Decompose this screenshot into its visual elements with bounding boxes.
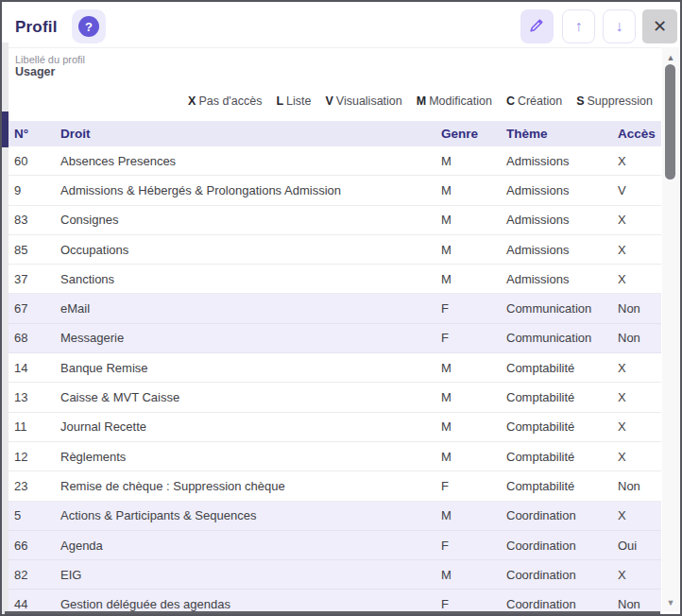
bottom-edge-bar	[5, 611, 660, 614]
table-row[interactable]: 14Banque RemiseMComptabilitéX	[9, 353, 661, 383]
cell-theme: Coordination	[506, 568, 618, 582]
cell-acces: Non	[618, 331, 661, 345]
cell-genre: M	[441, 361, 506, 375]
cell-acces: X	[618, 390, 661, 404]
cell-num: 5	[14, 508, 60, 522]
table-row[interactable]: 60Absences PresencesMAdmissionsX	[9, 146, 661, 176]
table-row[interactable]: 68MessagerieFCommunicationNon	[9, 324, 661, 353]
legend-key: X	[188, 94, 196, 108]
close-button[interactable]: ✕	[642, 9, 677, 43]
cell-num: 9	[14, 183, 60, 197]
cell-genre: M	[441, 508, 506, 522]
cell-droit: Agenda	[60, 539, 441, 553]
profile-value: Usager	[15, 65, 55, 78]
table-body: 60Absences PresencesMAdmissionsX9Admissi…	[9, 146, 661, 611]
cell-droit: Gestion déléguée des agendas	[60, 597, 441, 611]
cell-acces: X	[618, 450, 661, 464]
cell-num: 13	[14, 390, 60, 404]
table-row[interactable]: 13Caisse & MVT CaisseMComptabilitéX	[9, 383, 661, 412]
cell-theme: Admissions	[506, 154, 618, 168]
close-icon: ✕	[653, 18, 667, 35]
cell-genre: M	[441, 450, 506, 464]
legend-item: VVisualisation	[325, 94, 401, 108]
table-row[interactable]: 83ConsignesMAdmissionsX	[9, 206, 661, 235]
cell-acces: X	[618, 419, 661, 434]
cell-droit: Consignes	[60, 213, 441, 227]
legend-item: SSuppression	[576, 94, 653, 108]
cell-theme: Comptabilité	[506, 450, 618, 464]
cell-droit: eMail	[60, 301, 441, 316]
cell-theme: Coordination	[506, 597, 618, 611]
legend-label: Création	[518, 94, 562, 108]
legend-key: L	[276, 94, 283, 108]
table-row[interactable]: 12RèglementsMComptabilitéX	[9, 442, 661, 471]
cell-theme: Coordination	[506, 508, 618, 522]
cell-droit: EIG	[60, 568, 441, 582]
legend-item: CCréation	[506, 94, 562, 108]
cell-droit: Sanctions	[60, 272, 441, 286]
column-header: Accès	[618, 127, 661, 141]
table-row[interactable]: 82EIGMCoordinationX	[9, 560, 661, 590]
cell-genre: F	[441, 539, 506, 553]
cell-num: 44	[14, 597, 60, 611]
table-row[interactable]: 85OccupationsMAdmissionsX	[9, 235, 661, 265]
column-header: N°	[14, 127, 60, 141]
header-divider	[9, 47, 661, 48]
legend-item: LListe	[276, 94, 311, 108]
arrow-down-icon: ↓	[616, 19, 623, 34]
cell-num: 12	[14, 450, 60, 464]
table-row[interactable]: 11Journal RecetteMComptabilitéX	[9, 413, 661, 442]
cell-num: 23	[14, 479, 60, 493]
cell-genre: M	[441, 183, 506, 197]
table-row[interactable]: 66AgendaFCoordinationOui	[9, 531, 661, 560]
table-row[interactable]: 23Remise de chèque : Suppression chèqueF…	[9, 471, 661, 501]
cell-theme: Admissions	[506, 272, 618, 286]
background-page-fragment	[2, 111, 9, 147]
cell-acces: X	[618, 508, 661, 522]
cell-genre: M	[441, 213, 506, 227]
cell-genre: M	[441, 390, 506, 404]
column-header: Thème	[506, 127, 618, 141]
table-row[interactable]: 44Gestion déléguée des agendasFCoordinat…	[9, 590, 661, 611]
edit-button[interactable]	[520, 9, 554, 43]
cell-acces: X	[618, 568, 661, 582]
page-title: Profil	[15, 18, 58, 37]
table-row[interactable]: 67eMailFCommunicationNon	[9, 294, 661, 323]
scrollbar-up-icon[interactable]: ▲	[662, 53, 679, 62]
legend: XPas d'accèsLListeVVisualisationMModific…	[188, 94, 653, 108]
cell-droit: Actions & Participants & Sequences	[60, 508, 441, 522]
cell-droit: Caisse & MVT Caisse	[60, 390, 441, 404]
profile-label: Libellé du profil	[15, 54, 85, 65]
column-header: Droit	[60, 127, 441, 141]
table-row[interactable]: 9Admissions & Hébergés & Prolongations A…	[9, 176, 661, 205]
cell-acces: X	[618, 213, 661, 227]
legend-label: Visualisation	[336, 94, 402, 108]
cell-theme: Admissions	[506, 213, 618, 227]
cell-num: 85	[14, 243, 60, 257]
cell-theme: Comptabilité	[506, 419, 618, 434]
cell-genre: M	[441, 568, 506, 582]
legend-key: M	[417, 94, 426, 108]
cell-genre: M	[441, 419, 506, 434]
cell-num: 37	[14, 272, 60, 286]
table-row[interactable]: 5Actions & Participants & SequencesMCoor…	[9, 502, 661, 531]
cell-acces: X	[618, 272, 661, 286]
cell-num: 14	[14, 361, 60, 375]
legend-label: Liste	[286, 94, 311, 108]
move-down-button[interactable]: ↓	[603, 9, 636, 43]
cell-droit: Absences Presences	[60, 154, 441, 168]
help-button[interactable]: ?	[72, 9, 106, 43]
cell-droit: Banque Remise	[60, 361, 441, 375]
scrollbar-thumb[interactable]	[665, 64, 675, 180]
table-row[interactable]: 37SanctionsMAdmissionsX	[9, 265, 661, 294]
cell-acces: V	[618, 183, 661, 197]
help-icon: ?	[78, 16, 99, 37]
move-up-button[interactable]: ↑	[562, 9, 595, 43]
cell-genre: M	[441, 272, 506, 286]
cell-theme: Comptabilité	[506, 390, 618, 404]
legend-key: C	[506, 94, 515, 108]
scrollbar-down-icon[interactable]: ▼	[662, 598, 679, 607]
cell-num: 11	[14, 419, 60, 434]
table-header: N°DroitGenreThèmeAccès	[9, 121, 661, 146]
legend-label: Modification	[429, 94, 492, 108]
